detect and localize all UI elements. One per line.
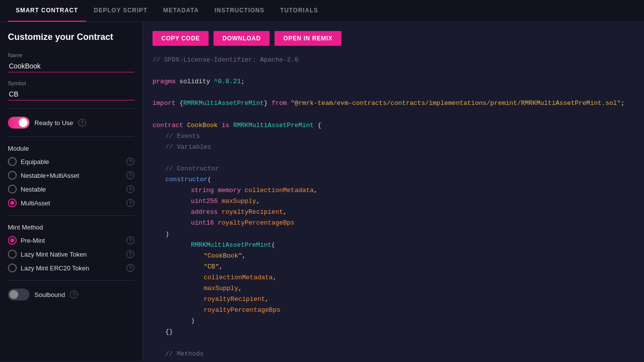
- code-constructor-open: constructor(: [153, 174, 634, 185]
- nestable-label: Nestable: [21, 186, 123, 193]
- mint-lazy-native[interactable]: Lazy Mint Native Token ?: [8, 250, 134, 259]
- code-arg3: collectionMetadata,: [153, 272, 634, 283]
- multiasset-label: MultiAsset: [21, 199, 123, 207]
- symbol-input[interactable]: [8, 88, 134, 100]
- soulbound-thumb: [9, 290, 18, 299]
- copy-code-button[interactable]: COPY CODE: [153, 31, 209, 46]
- soulbound-toggle[interactable]: [8, 289, 30, 300]
- code-param3: address royaltyRecipient,: [153, 207, 634, 218]
- lazy-native-label: Lazy Mint Native Token: [21, 251, 123, 258]
- code-close-super: ): [153, 316, 634, 327]
- code-param2: uint256 maxSupply,: [153, 196, 634, 207]
- sidebar: Customize your Contract Name Symbol Read…: [0, 22, 143, 361]
- ready-to-use-row: Ready to Use ?: [8, 117, 134, 129]
- code-contract-close: }: [153, 360, 634, 361]
- code-pragma: pragma solidity ^0.8.21;: [153, 76, 634, 87]
- pre-mint-radio[interactable]: [8, 236, 17, 245]
- code-content: // SPDX-License-Identifier: Apache-2.0 p…: [143, 55, 644, 361]
- code-toolbar: COPY CODE DOWNLOAD OPEN IN REMIX: [143, 22, 644, 55]
- ready-to-use-label: Ready to Use: [34, 119, 73, 127]
- open-in-remix-button[interactable]: OPEN IN REMIX: [275, 31, 341, 46]
- symbol-field-group: Symbol: [8, 80, 134, 100]
- code-param1: string memory collectionMetadata,: [153, 185, 634, 196]
- tab-deploy-script[interactable]: DEPLOY SCRIPT: [86, 0, 155, 22]
- divider-4: [8, 280, 134, 281]
- divider-1: [8, 108, 134, 109]
- lazy-erc20-radio[interactable]: [8, 263, 17, 272]
- divider-3: [8, 215, 134, 216]
- main-layout: Customize your Contract Name Symbol Read…: [0, 22, 644, 361]
- name-input[interactable]: [8, 60, 134, 72]
- tab-metadata[interactable]: METADATA: [155, 0, 207, 22]
- soulbound-row: Soulbound ?: [8, 289, 134, 300]
- code-blank-3: [153, 109, 634, 120]
- nestable-multiasset-help-icon[interactable]: ?: [126, 171, 134, 179]
- lazy-native-radio[interactable]: [8, 250, 17, 259]
- symbol-label: Symbol: [8, 80, 134, 86]
- code-blank-4: [153, 153, 634, 164]
- code-methods-comment: // Methods: [153, 349, 634, 360]
- code-contract-open: contract CookBook is RMRKMultiAssetPreMi…: [153, 120, 634, 131]
- soulbound-label: Soulbound: [34, 291, 65, 298]
- mint-lazy-erc20[interactable]: Lazy Mint ERC20 Token ?: [8, 263, 134, 272]
- tab-bar: SMART CONTRACT DEPLOY SCRIPT METADATA IN…: [0, 0, 644, 22]
- name-field-group: Name: [8, 52, 134, 72]
- pre-mint-label: Pre-Mint: [21, 237, 123, 244]
- code-empty-body: {}: [153, 327, 634, 337]
- module-nestable[interactable]: Nestable ?: [8, 185, 134, 194]
- nestable-radio[interactable]: [8, 185, 17, 194]
- equipable-label: Equipable: [21, 158, 123, 165]
- lazy-erc20-label: Lazy Mint ERC20 Token: [21, 264, 123, 272]
- multiasset-radio-inner: [10, 201, 14, 205]
- multiasset-radio[interactable]: [8, 198, 17, 207]
- code-arg6: royaltyPercentageBps: [153, 305, 634, 316]
- divider-2: [8, 136, 134, 137]
- pre-mint-radio-inner: [10, 238, 14, 242]
- code-arg5: royaltyRecipient,: [153, 294, 634, 305]
- module-nestable-multiasset[interactable]: Nestable+MultiAsset ?: [8, 171, 134, 180]
- soulbound-help-icon[interactable]: ?: [70, 291, 78, 298]
- code-close-paren: ): [153, 229, 634, 240]
- code-super-call: RMRKMultiAssetPreMint(: [153, 240, 634, 251]
- code-arg1: "CookBook",: [153, 251, 634, 262]
- nestable-help-icon[interactable]: ?: [126, 185, 134, 193]
- nestable-multiasset-label: Nestable+MultiAsset: [21, 172, 123, 179]
- code-events: // Events: [153, 131, 634, 142]
- tab-tutorials[interactable]: TUTORIALS: [273, 0, 326, 22]
- equipable-radio[interactable]: [8, 157, 17, 166]
- tab-smart-contract[interactable]: SMART CONTRACT: [8, 0, 86, 22]
- sidebar-title: Customize your Contract: [8, 32, 134, 42]
- name-label: Name: [8, 52, 134, 58]
- ready-to-use-help-icon[interactable]: ?: [78, 119, 86, 127]
- code-blank-5: [153, 337, 634, 348]
- mint-pre-mint[interactable]: Pre-Mint ?: [8, 236, 134, 245]
- code-constructor-comment: // Constructor: [153, 164, 634, 174]
- code-variables: // Variables: [153, 142, 634, 153]
- code-blank-1: [153, 66, 634, 76]
- lazy-erc20-help-icon[interactable]: ?: [126, 264, 134, 272]
- nestable-multiasset-radio[interactable]: [8, 171, 17, 180]
- code-blank-2: [153, 87, 634, 98]
- toggle-thumb-on: [19, 118, 28, 127]
- mint-method-heading: Mint Method: [8, 224, 134, 231]
- module-equipable[interactable]: Equipable ?: [8, 157, 134, 166]
- module-heading: Module: [8, 145, 134, 152]
- code-license: // SPDX-License-Identifier: Apache-2.0: [153, 55, 634, 66]
- module-multiasset[interactable]: MultiAsset ?: [8, 198, 134, 207]
- code-param4: uint16 royaltyPercentageBps: [153, 218, 634, 229]
- code-panel: COPY CODE DOWNLOAD OPEN IN REMIX // SPDX…: [143, 22, 644, 361]
- code-import: import {RMRKMultiAssetPreMint} from "@rm…: [153, 98, 634, 109]
- download-button[interactable]: DOWNLOAD: [214, 31, 270, 46]
- lazy-native-help-icon[interactable]: ?: [126, 250, 134, 258]
- code-arg4: maxSupply,: [153, 283, 634, 294]
- equipable-help-icon[interactable]: ?: [126, 158, 134, 165]
- pre-mint-help-icon[interactable]: ?: [126, 236, 134, 244]
- ready-to-use-toggle[interactable]: [8, 117, 30, 129]
- code-arg2: "CB",: [153, 262, 634, 272]
- tab-instructions[interactable]: INSTRUCTIONS: [207, 0, 273, 22]
- multiasset-help-icon[interactable]: ?: [126, 199, 134, 207]
